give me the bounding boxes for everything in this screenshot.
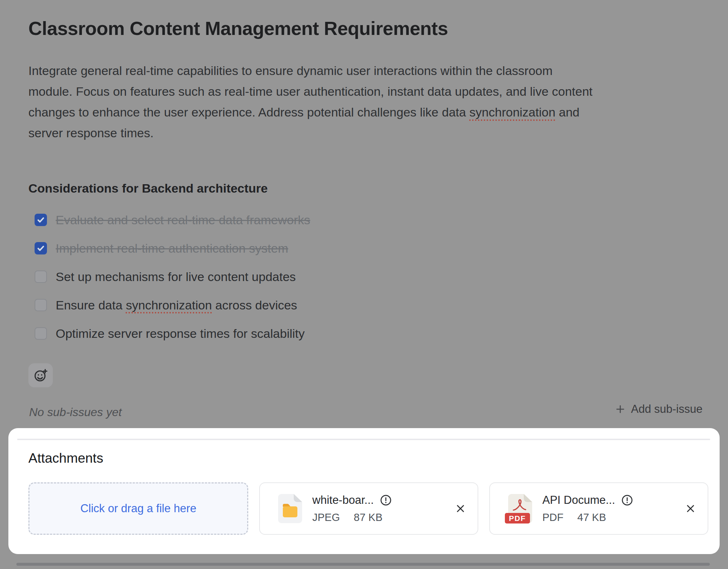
file-format: JPEG <box>312 511 340 523</box>
todo-label: Implement real-time authentication syste… <box>56 241 288 256</box>
issue-title: Classroom Content Management Requirement… <box>28 17 448 39</box>
alert-circle-icon <box>380 494 392 506</box>
todo-label: Ensure data synchronization across devic… <box>56 298 297 312</box>
todo-item[interactable]: Ensure data synchronization across devic… <box>35 291 310 319</box>
x-icon <box>684 502 697 515</box>
issue-description: Integrate general real-time capabilities… <box>28 60 593 143</box>
file-name: white-boar... <box>312 494 374 507</box>
misspelled-word: synchronization <box>470 105 555 119</box>
description-line: module. Focus on features such as real-t… <box>28 81 593 102</box>
checkmark-icon <box>36 244 46 253</box>
todo-checkbox[interactable] <box>35 327 47 340</box>
file-info: API Docume... PDF 47 KB <box>542 494 633 523</box>
remove-attachment-button[interactable] <box>452 500 469 517</box>
todo-item[interactable]: Implement real-time authentication syste… <box>35 234 310 262</box>
misspelled-word: synchronization <box>126 298 212 312</box>
upload-instruction: Click or drag a file here <box>80 502 197 515</box>
add-sub-issue-button[interactable]: Add sub-issue <box>614 403 703 416</box>
attachment-card[interactable]: white-boar... JPEG 87 KB <box>259 482 478 535</box>
todo-checkbox[interactable] <box>35 299 47 311</box>
checkmark-icon <box>36 215 46 225</box>
no-sub-issues-text: No sub-issues yet <box>29 406 122 419</box>
alert-circle-icon <box>621 494 633 506</box>
todo-item[interactable]: Optimize server response times for scala… <box>35 319 310 348</box>
add-sub-issue-label: Add sub-issue <box>631 403 703 416</box>
file-upload-dropzone[interactable]: Click or drag a file here <box>28 482 248 535</box>
attachments-heading: Attachments <box>28 451 103 466</box>
add-reaction-button[interactable] <box>28 363 53 387</box>
attachment-card[interactable]: PDF API Docume... PDF 47 KB <box>489 482 708 535</box>
attachments-row: Click or drag a file here white-boar... <box>28 482 708 535</box>
bottom-divider-bar <box>16 563 710 566</box>
plus-icon <box>614 403 626 415</box>
attachments-panel: Attachments Click or drag a file here w <box>8 428 720 554</box>
todo-checkbox[interactable] <box>35 214 47 226</box>
todo-item[interactable]: Evaluate and select real-time data frame… <box>35 206 310 234</box>
file-name: API Docume... <box>542 494 615 507</box>
pdf-badge: PDF <box>505 513 530 523</box>
attachments-divider <box>17 439 710 440</box>
todo-item[interactable]: Set up mechanisms for live content updat… <box>35 262 310 291</box>
todo-checkbox[interactable] <box>35 242 47 254</box>
description-line: Integrate general real-time capabilities… <box>28 60 593 81</box>
file-info: white-boar... JPEG 87 KB <box>312 494 392 523</box>
file-size: 87 KB <box>354 511 383 523</box>
issue-detail-screen: Classroom Content Management Requirement… <box>0 0 728 569</box>
todo-checkbox[interactable] <box>35 270 47 283</box>
checklist-heading: Considerations for Backend architecture <box>28 181 268 195</box>
todo-label: Optimize server response times for scala… <box>56 327 305 341</box>
todo-label: Set up mechanisms for live content updat… <box>56 270 296 284</box>
smiley-plus-icon <box>33 368 48 383</box>
checklist: Evaluate and select real-time data frame… <box>35 206 310 348</box>
file-size: 47 KB <box>577 511 606 523</box>
file-format: PDF <box>542 511 563 523</box>
x-icon <box>454 502 467 515</box>
file-folder-icon <box>278 494 302 523</box>
todo-label: Evaluate and select real-time data frame… <box>56 213 310 227</box>
description-line: server response times. <box>28 123 593 143</box>
file-pdf-icon: PDF <box>508 494 532 523</box>
remove-attachment-button[interactable] <box>682 500 699 517</box>
description-line: changes to enhance the user experience. … <box>28 102 593 123</box>
